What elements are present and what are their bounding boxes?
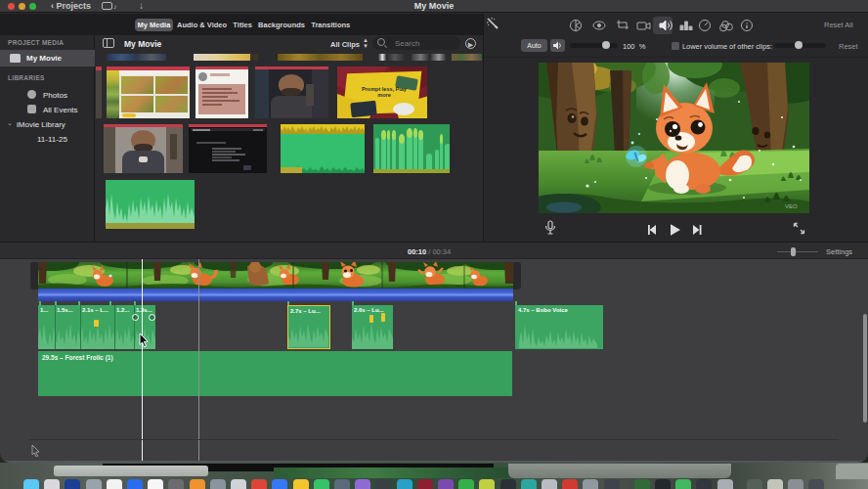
svg-text:VEO: VEO (785, 203, 798, 209)
